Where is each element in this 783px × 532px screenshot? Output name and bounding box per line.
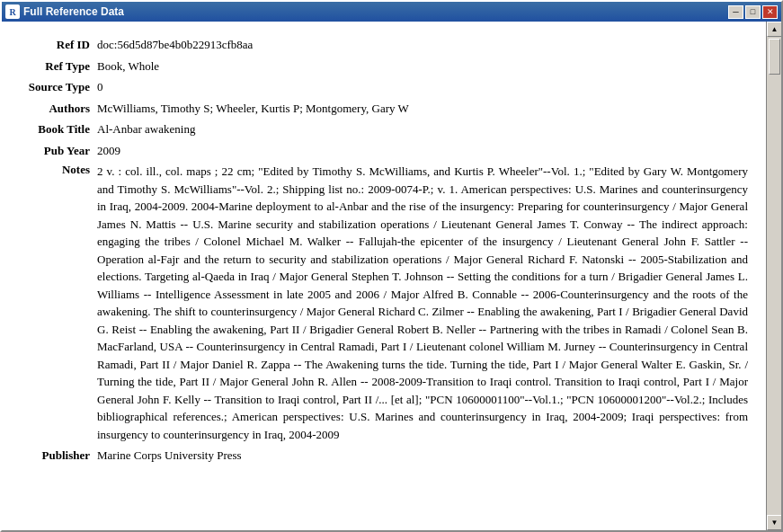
close-button[interactable]: ✕ bbox=[762, 5, 778, 19]
window-title: Full Reference Data bbox=[23, 5, 124, 18]
scrollbar: ▲ ▼ bbox=[766, 22, 781, 530]
scroll-track[interactable] bbox=[767, 37, 781, 515]
pub-year-value: 2009 bbox=[97, 142, 748, 160]
source-type-row: Source Type 0 bbox=[16, 78, 748, 96]
book-title-value: Al-Anbar awakening bbox=[97, 120, 748, 138]
titlebar-left: R Full Reference Data bbox=[5, 4, 124, 19]
pub-year-label: Pub Year bbox=[16, 142, 97, 160]
scroll-thumb[interactable] bbox=[769, 39, 780, 75]
notes-value: 2 v. : col. ill., col. maps ; 22 cm; "Ed… bbox=[97, 163, 748, 443]
book-title-label: Book Title bbox=[16, 120, 97, 138]
maximize-button[interactable]: □ bbox=[745, 5, 761, 19]
pub-year-row: Pub Year 2009 bbox=[16, 142, 748, 160]
scroll-up-button[interactable]: ▲ bbox=[767, 22, 781, 37]
content-area: Ref ID doc:56d5d87be4b0b22913cfb8aa Ref … bbox=[2, 22, 781, 530]
publisher-value: Marine Corps University Press bbox=[97, 447, 748, 465]
titlebar-controls: ─ □ ✕ bbox=[728, 5, 778, 19]
scroll-down-button[interactable]: ▼ bbox=[767, 515, 781, 530]
ref-id-row: Ref ID doc:56d5d87be4b0b22913cfb8aa bbox=[16, 36, 748, 54]
authors-row: Authors McWilliams, Timothy S; Wheeler, … bbox=[16, 100, 748, 118]
notes-row: Notes 2 v. : col. ill., col. maps ; 22 c… bbox=[16, 163, 748, 443]
ref-type-value: Book, Whole bbox=[97, 58, 748, 75]
minimize-button[interactable]: ─ bbox=[728, 5, 743, 19]
publisher-row: Publisher Marine Corps University Press bbox=[16, 447, 748, 465]
source-type-value: 0 bbox=[97, 78, 748, 96]
authors-value: McWilliams, Timothy S; Wheeler, Kurtis P… bbox=[97, 100, 748, 118]
notes-label: Notes bbox=[16, 163, 97, 443]
window-icon: R bbox=[5, 4, 20, 19]
authors-label: Authors bbox=[16, 100, 97, 118]
ref-type-row: Ref Type Book, Whole bbox=[16, 58, 748, 75]
ref-type-label: Ref Type bbox=[16, 58, 97, 75]
source-type-label: Source Type bbox=[16, 78, 97, 96]
book-title-row: Book Title Al-Anbar awakening bbox=[16, 120, 748, 138]
ref-id-value: doc:56d5d87be4b0b22913cfb8aa bbox=[97, 36, 748, 54]
window: R Full Reference Data ─ □ ✕ Ref ID doc:5… bbox=[0, 0, 783, 532]
titlebar: R Full Reference Data ─ □ ✕ bbox=[2, 2, 781, 22]
ref-id-label: Ref ID bbox=[16, 36, 97, 54]
publisher-label: Publisher bbox=[16, 447, 97, 465]
scrollable-content[interactable]: Ref ID doc:56d5d87be4b0b22913cfb8aa Ref … bbox=[2, 22, 766, 530]
